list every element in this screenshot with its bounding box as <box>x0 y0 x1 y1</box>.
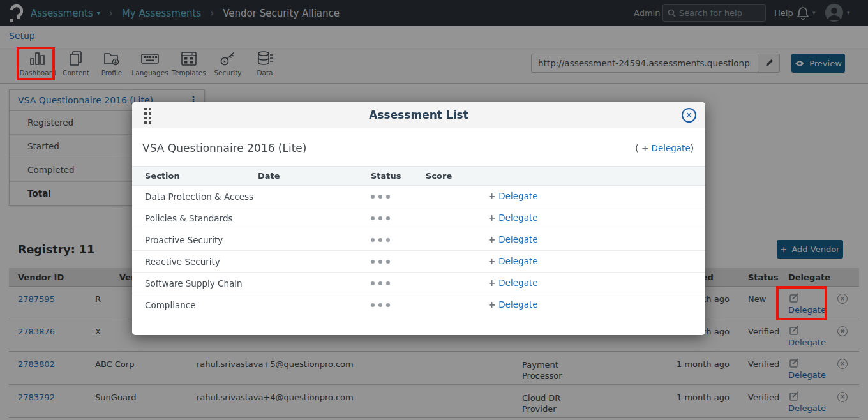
plus-icon: + <box>641 143 648 153</box>
section-name: Reactive Security <box>145 257 220 267</box>
status-dots-icon <box>371 303 390 307</box>
section-name: Data Protection & Access <box>145 191 253 202</box>
plus-icon: + <box>488 299 495 310</box>
section-name: Proactive Security <box>145 235 223 245</box>
assessment-list-modal: Assessment List × VSA Questionnaire 2016… <box>132 102 705 335</box>
section-row: Policies & Standards +Delegate <box>132 207 705 229</box>
section-name: Policies & Standards <box>145 213 233 223</box>
status-dots-icon <box>371 216 390 220</box>
delegate-link[interactable]: Delegate <box>498 278 537 288</box>
annotation-box-delegate <box>776 286 827 320</box>
status-dots-icon <box>371 281 390 285</box>
section-row: Compliance +Delegate <box>132 294 705 316</box>
col-score: Score <box>426 171 452 181</box>
section-row: Software Supply Chain +Delegate <box>132 273 705 294</box>
status-dots-icon <box>371 260 390 264</box>
paren-close: ) <box>691 143 694 153</box>
delegate-link[interactable]: Delegate <box>498 256 537 266</box>
section-row: Reactive Security +Delegate <box>132 251 705 273</box>
section-name: Software Supply Chain <box>145 278 243 289</box>
annotation-box-dashboard <box>17 47 55 80</box>
modal-table-header: Section Date Status Score <box>132 166 705 186</box>
delegate-link[interactable]: Delegate <box>498 191 537 201</box>
plus-icon: + <box>488 256 495 266</box>
modal-top-delegate: ( + Delegate) <box>635 143 694 153</box>
section-row: Data Protection & Access +Delegate <box>132 186 705 207</box>
delegate-link[interactable]: Delegate <box>498 299 537 310</box>
col-date: Date <box>258 171 280 181</box>
section-name: Compliance <box>145 300 195 310</box>
plus-icon: + <box>488 278 495 288</box>
modal-questionnaire-heading: VSA Questionnaire 2016 (Lite) <box>142 142 306 154</box>
delegate-all-link[interactable]: Delegate <box>652 143 691 153</box>
delegate-link[interactable]: Delegate <box>498 213 537 223</box>
paren-open: ( <box>635 143 638 153</box>
col-status: Status <box>371 171 401 181</box>
modal-title: Assessment List <box>132 102 705 128</box>
section-row: Proactive Security +Delegate <box>132 229 705 251</box>
plus-icon: + <box>488 213 495 223</box>
plus-icon: + <box>488 191 495 201</box>
status-dots-icon <box>371 238 390 242</box>
close-icon[interactable]: × <box>682 108 696 123</box>
delegate-link[interactable]: Delegate <box>498 234 537 244</box>
col-section: Section <box>145 171 180 181</box>
modal-header: Assessment List × <box>132 102 705 128</box>
status-dots-icon <box>371 195 390 199</box>
plus-icon: + <box>488 234 495 244</box>
